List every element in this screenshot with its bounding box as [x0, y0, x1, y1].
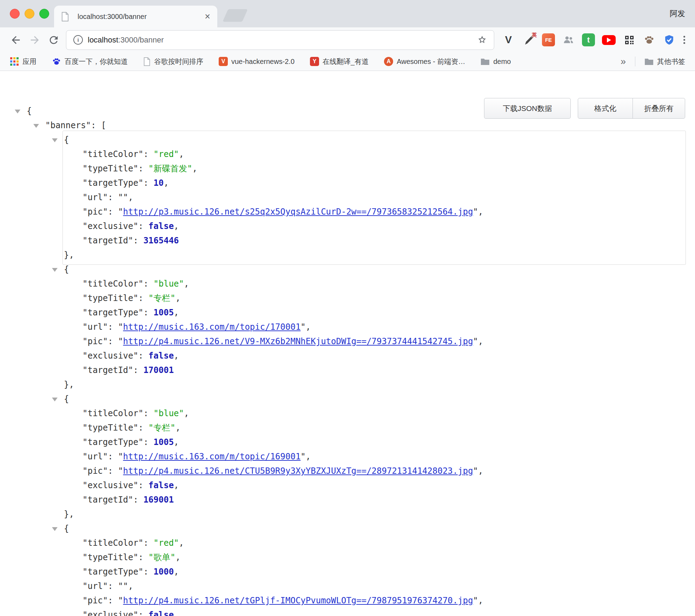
- json-token: ": [473, 466, 478, 476]
- new-tab-button[interactable]: [223, 9, 248, 22]
- json-token: ,: [478, 466, 483, 476]
- active-tab[interactable]: localhost:3000/banner ×: [54, 6, 217, 27]
- json-line: "targetType": 1000,: [0, 565, 695, 579]
- json-viewer-page: 下载JSON数据 格式化 折叠所有 {"banners": [{"titleCo…: [0, 71, 695, 616]
- youdao-glyph: Y: [313, 58, 317, 65]
- bookmark-item-awesomes[interactable]: A Awesomes - 前端资…: [384, 57, 465, 66]
- format-button[interactable]: 格式化: [578, 98, 633, 119]
- json-line: "titleColor": "blue",: [0, 406, 695, 421]
- json-token: "pic": [82, 596, 108, 605]
- green-shield-extension-icon[interactable]: t: [582, 33, 595, 46]
- minimize-window-button[interactable]: [25, 9, 34, 19]
- json-url-link[interactable]: http://p4.music.126.net/V9-MXz6b2MNhEKju…: [123, 336, 473, 346]
- json-object-block: {"titleColor": "blue","typeTitle": "专栏",…: [0, 262, 695, 392]
- youtube-extension-icon[interactable]: [602, 35, 616, 45]
- json-token: "exclusive": [82, 610, 138, 616]
- json-token: :: [133, 365, 144, 375]
- json-token: ,: [174, 221, 179, 231]
- page-favicon-icon: [61, 12, 69, 21]
- json-token: :: [143, 308, 153, 317]
- json-token: "red": [153, 149, 179, 159]
- collapse-all-button[interactable]: 折叠所有: [633, 98, 685, 119]
- json-token: ,: [174, 480, 179, 490]
- json-token: },: [64, 250, 74, 260]
- json-line: "titleColor": "red",: [0, 536, 695, 550]
- vimium-extension-icon[interactable]: V: [502, 33, 515, 46]
- json-token: {: [27, 106, 32, 116]
- fehelper-extension-icon[interactable]: FE: [542, 33, 555, 46]
- json-token: 170001: [143, 365, 174, 375]
- people-extension-icon[interactable]: [562, 33, 575, 46]
- json-token: :: [108, 452, 118, 461]
- bookmark-item-apps[interactable]: 应用: [10, 57, 37, 66]
- page-info-icon[interactable]: i: [73, 35, 83, 45]
- json-line: "pic": "http://p3.music.126.net/s25q2x5Q…: [0, 205, 695, 219]
- page-icon: [143, 57, 151, 66]
- json-url-link[interactable]: http://p4.music.126.net/CTU5B9R9y3XyYBZX…: [123, 466, 473, 476]
- json-line: "titleColor": "blue",: [0, 277, 695, 291]
- reload-button[interactable]: [44, 31, 63, 50]
- json-line: "typeTitle": "新碟首发",: [0, 162, 695, 176]
- json-url-link[interactable]: http://p4.music.126.net/tGPljf-IMOCyPvum…: [123, 596, 473, 605]
- download-json-button[interactable]: 下载JSON数据: [484, 98, 571, 119]
- json-token: ": [118, 322, 123, 332]
- fehelper-glyph: FE: [545, 37, 552, 43]
- json-token: "pic": [82, 207, 108, 217]
- bookmarks-overflow-icon[interactable]: »: [621, 56, 626, 67]
- chrome-menu-icon[interactable]: [683, 36, 685, 44]
- json-token: "targetType": [82, 437, 143, 447]
- json-line: "titleColor": "red",: [0, 147, 695, 162]
- other-bookmarks[interactable]: 其他书签: [644, 57, 685, 66]
- bookmark-item-baidu[interactable]: 百度一下，你就知道: [52, 57, 128, 66]
- bookmark-item-demo[interactable]: demo: [481, 58, 511, 66]
- json-token: ,: [478, 596, 483, 605]
- json-url-link[interactable]: http://music.163.com/m/topic/169001: [123, 452, 301, 461]
- json-line: "url": "http://music.163.com/m/topic/169…: [0, 450, 695, 464]
- expander-icon[interactable]: [52, 268, 58, 272]
- json-token: "新碟首发": [148, 164, 192, 173]
- json-line: "pic": "http://p4.music.126.net/V9-MXz6b…: [0, 334, 695, 349]
- bookmark-label: vue-hackernews-2.0: [231, 58, 294, 66]
- json-token: : [: [91, 120, 106, 130]
- json-token: :: [138, 221, 148, 231]
- json-token: ,: [174, 308, 179, 317]
- json-token: false: [148, 480, 174, 490]
- bookmark-star-icon[interactable]: [477, 35, 487, 45]
- profile-name[interactable]: 阿发: [670, 8, 685, 19]
- tab-close-icon[interactable]: ×: [205, 12, 210, 21]
- json-object-block: {"titleColor": "blue","typeTitle": "专栏",…: [0, 392, 695, 522]
- bookmark-item-youdao[interactable]: Y 在线翻译_有道: [310, 57, 369, 66]
- json-token: ,: [179, 538, 184, 548]
- back-button[interactable]: [6, 31, 25, 50]
- close-window-button[interactable]: [10, 9, 20, 19]
- translate-pen-extension-icon[interactable]: 英: [522, 33, 535, 46]
- bookmark-item-google-sort[interactable]: 谷歌按时间排序: [143, 57, 203, 66]
- json-line: {: [0, 262, 695, 277]
- security-shield-extension-icon[interactable]: [663, 33, 676, 46]
- qr-code-extension-icon[interactable]: [623, 33, 636, 46]
- json-token: ,: [128, 192, 133, 202]
- address-bar[interactable]: i localhost:3000/banner: [66, 30, 494, 50]
- expander-icon[interactable]: [52, 398, 58, 401]
- json-token: "blue": [153, 279, 184, 289]
- json-object-block: {"titleColor": "red","typeTitle": "新碟首发"…: [0, 133, 695, 262]
- forward-button[interactable]: [25, 31, 44, 50]
- json-token: :: [143, 408, 153, 418]
- json-url-link[interactable]: http://p3.music.126.net/s25q2x5QyqsAzilC…: [123, 207, 473, 217]
- expander-icon[interactable]: [15, 110, 20, 113]
- json-token: false: [148, 610, 174, 616]
- paw-extension-icon[interactable]: [643, 33, 656, 46]
- vue-glyph: V: [221, 58, 225, 65]
- expander-icon[interactable]: [52, 527, 58, 531]
- bookmark-item-vue-hackernews[interactable]: V vue-hackernews-2.0: [219, 57, 294, 66]
- json-url-link[interactable]: http://music.163.com/m/topic/170001: [123, 322, 301, 332]
- json-token: {: [64, 135, 69, 145]
- expander-icon[interactable]: [52, 138, 58, 142]
- json-token: :: [133, 236, 144, 245]
- json-token: "专栏": [148, 423, 176, 433]
- expander-icon[interactable]: [33, 124, 39, 128]
- folder-icon: [481, 58, 490, 65]
- bookmark-label: demo: [493, 58, 511, 66]
- json-token: },: [64, 509, 74, 519]
- fullscreen-window-button[interactable]: [39, 9, 49, 19]
